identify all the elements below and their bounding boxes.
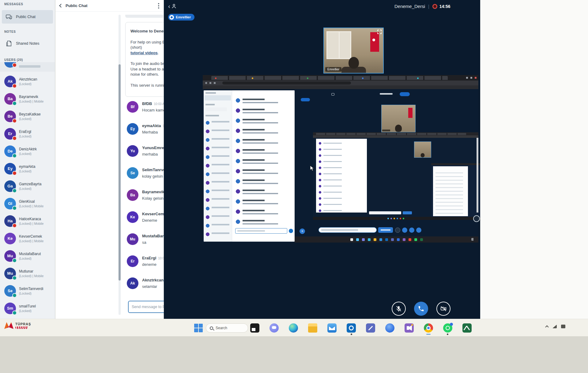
presenter-silhouette	[341, 57, 367, 73]
recording-indicator[interactable]: 14:56	[432, 4, 450, 9]
nested-userlist-toggle	[331, 93, 334, 96]
user-list-item[interactable]: De DenizAktrk (Locked)	[0, 142, 55, 160]
meeting-title: Deneme_Dersi	[394, 4, 425, 9]
user-list-item[interactable]: Be BeyzaKatkae (Locked)	[0, 107, 55, 125]
camera-off-icon	[440, 305, 447, 312]
file-explorer-icon[interactable]	[308, 323, 317, 333]
avatar: Bf	[127, 101, 138, 113]
chrome-icon[interactable]	[424, 323, 433, 333]
phone-icon	[418, 305, 424, 312]
outlook-icon[interactable]	[347, 323, 356, 333]
talking-indicator[interactable]: Emrellier	[168, 14, 194, 21]
screen-share: +	[203, 75, 478, 243]
user-list-item[interactable]: Sm smailTurel (Locked)	[0, 300, 55, 317]
user-list-item[interactable]: Ke KevserCemek (Locked) | Mobile	[0, 230, 55, 247]
user-status: (Locked)	[19, 152, 37, 156]
leave-audio-button[interactable]	[414, 302, 428, 316]
tutorial-videos-link[interactable]: tutorial videos	[130, 51, 158, 55]
user-list-item[interactable]: Mu MustafaBarut (Locked)	[0, 247, 55, 265]
back-icon[interactable]	[59, 4, 63, 8]
share-camera-button[interactable]	[436, 302, 450, 316]
status-badge	[12, 63, 17, 67]
media-speaker-icon[interactable]	[405, 323, 414, 333]
user-name	[19, 65, 40, 68]
whatsapp-icon[interactable]	[443, 323, 452, 333]
user-list-item[interactable]: Se SelimTanrverdi (Locked)	[0, 282, 55, 300]
user-list-item[interactable]: Er EraErgl (Locked)	[0, 125, 55, 142]
shared-desktop: +	[203, 89, 478, 243]
status-badge	[12, 84, 17, 88]
public-chat-panel: Public Chat Welcome to Deneme_Dersi! For…	[55, 0, 164, 319]
user-list-item[interactable]: Ba Bayramevik (Locked) | Mobile	[0, 90, 55, 107]
teams-chat-icon[interactable]	[270, 323, 279, 333]
user-status: (Locked)	[19, 292, 43, 295]
user-list-item[interactable]: Gl GlenKisal (Locked) | Mobile	[0, 195, 55, 212]
taskbar-search[interactable]: Search	[206, 323, 248, 333]
user-list-item[interactable]: Ha HaticeKaraca (Locked) | Mobile	[0, 212, 55, 230]
avatar: Mu	[4, 268, 16, 279]
user-list-item[interactable]: Ey eymaAkta (Locked)	[0, 160, 55, 177]
volume-icon[interactable]	[552, 325, 557, 328]
system-tray	[546, 325, 565, 328]
avatar: Er	[127, 255, 138, 267]
excel-icon[interactable]	[462, 323, 472, 333]
avatar: Ha	[4, 215, 16, 227]
sidebar-item-public-chat[interactable]: Public Chat	[2, 10, 53, 24]
avatar: Ak	[4, 76, 16, 87]
edge-icon[interactable]	[289, 323, 298, 333]
recording-icon	[432, 4, 437, 9]
tray-chevron-up-icon[interactable]	[545, 325, 548, 329]
avatar: Ba	[127, 189, 138, 201]
user-status: (Locked) | Mobile	[19, 204, 43, 208]
whatsapp-notification-dot	[447, 333, 448, 335]
user-status: (Locked) | Mobile	[19, 222, 43, 225]
user-row-partial[interactable]	[0, 62, 55, 72]
sidebar-item-label: Public Chat	[16, 15, 36, 19]
status-badge	[12, 153, 17, 158]
avatar: Mu	[127, 233, 138, 245]
hide-userlist-button[interactable]: ‹	[168, 3, 177, 9]
user-list-item[interactable]: Ga GamzeBayrta (Locked)	[0, 177, 55, 195]
chat-title: Public Chat	[66, 3, 88, 8]
nested2-button	[403, 211, 412, 214]
user-list-item[interactable]: Mu Mutlunar (Locked) | Mobile	[0, 265, 55, 282]
sidebar-item-label: Shared Notes	[16, 41, 39, 46]
chat-options-icon[interactable]	[158, 5, 159, 6]
network-icon[interactable]	[561, 325, 565, 328]
nested-share-button	[378, 227, 393, 233]
status-badge	[12, 293, 17, 298]
avatar: Ke	[127, 211, 138, 223]
sidebar-item-shared-notes[interactable]: Shared Notes	[2, 37, 53, 50]
nested-presentation: +	[295, 89, 478, 243]
status-badge	[12, 276, 17, 280]
avatar: Ke	[4, 233, 16, 244]
nested-talking-indicator	[301, 98, 310, 101]
photos-icon[interactable]	[250, 323, 259, 333]
webcam-feed: Emrellier	[323, 28, 384, 73]
mute-microphone-button[interactable]	[392, 302, 406, 316]
avatar: Ga	[4, 180, 16, 192]
mail-icon[interactable]	[327, 323, 337, 333]
pen-settings-icon[interactable]	[366, 323, 375, 333]
defender-icon[interactable]	[385, 323, 394, 333]
nested-screen-share	[313, 132, 478, 220]
avatar: De	[4, 145, 16, 157]
status-badge	[12, 258, 17, 263]
nested-send-button	[289, 229, 293, 233]
user-name: Bayramevik	[19, 95, 43, 99]
user-list-item[interactable]: Ak Aknztrkcan (Locked)	[0, 73, 55, 90]
user-name: EraErgl	[19, 130, 32, 134]
fullscreen-icon[interactable]	[377, 29, 382, 34]
tupras-logo: TÜPRAŞ	[4, 322, 31, 329]
avatar: Ba	[4, 93, 16, 105]
user-status: (Locked) | Mobile	[19, 100, 43, 103]
user-status: (Locked)	[19, 169, 35, 173]
user-status: (Locked)	[19, 117, 41, 121]
start-button[interactable]	[194, 323, 203, 333]
chat-scrollbar-thumb[interactable]	[119, 64, 121, 281]
nested-webcam	[381, 105, 416, 132]
avatar: Se	[127, 167, 138, 179]
user-name: smailTurel	[19, 304, 36, 308]
user-name: KevserCemek	[19, 234, 43, 239]
user-name: MustafaBarut	[19, 252, 41, 256]
